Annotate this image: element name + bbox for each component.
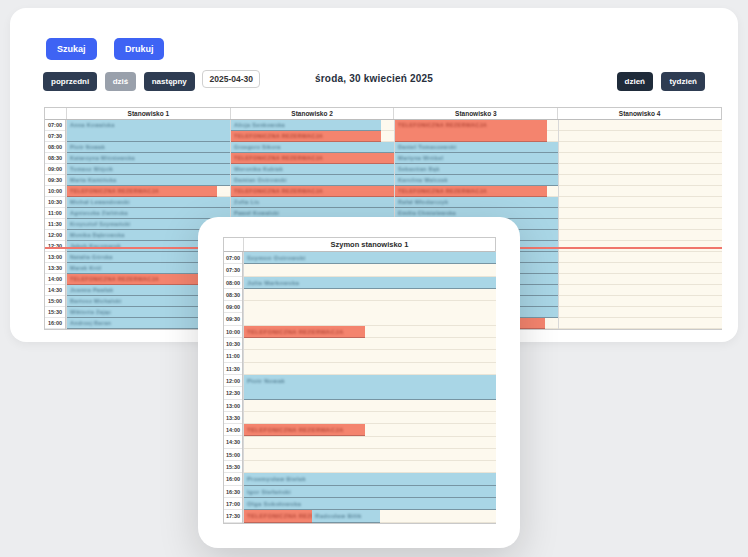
- column-header-1: Stanowisko 1: [66, 108, 230, 119]
- week-view-button[interactable]: tydzień: [661, 72, 705, 91]
- event-label: TELEFONICZNA REZERWACJA: [395, 120, 547, 131]
- appointment-event[interactable]: Przemysław Bielak: [244, 473, 496, 485]
- time-column: 07:0007:3008:0008:3009:0009:3010:0010:30…: [45, 120, 66, 329]
- event-label: Martyna Wróbel: [395, 153, 558, 164]
- time-label: 15:30: [45, 307, 65, 318]
- time-label: 08:00: [45, 142, 65, 153]
- date-navigation: poprzedni dziś następny: [43, 70, 260, 91]
- event-label: Karolina Walczak: [395, 175, 558, 186]
- appointment-event[interactable]: Piotr Nowak: [67, 142, 230, 153]
- appointment-event[interactable]: Daniel Tomaszewski: [395, 142, 558, 153]
- time-label: 15:00: [224, 449, 242, 461]
- appointment-event[interactable]: Anna Kowalska: [67, 120, 230, 142]
- time-label: 14:00: [45, 274, 65, 285]
- time-column: 07:0007:3008:0008:3009:0009:3010:0010:30…: [224, 252, 243, 523]
- event-label: Piotr Nowak: [244, 375, 496, 387]
- time-label: 15:30: [224, 461, 242, 473]
- event-label: TELEFONICZNA REZERWACJA: [395, 186, 547, 197]
- appointment-event[interactable]: Weronika Kubiak: [231, 164, 394, 175]
- toolbar: Szukaj Drukuj: [46, 38, 177, 60]
- time-label: 11:30: [45, 219, 65, 230]
- event-label: TELEFONICZNA REZERWACJA: [231, 186, 394, 197]
- print-button[interactable]: Drukuj: [114, 38, 165, 60]
- time-label: 13:30: [224, 412, 242, 424]
- appointment-event[interactable]: Michał Lewandowski: [67, 197, 230, 208]
- time-label: 07:00: [45, 120, 65, 131]
- phone-reservation-event[interactable]: TELEFONICZNA REZERWACJA: [395, 186, 547, 197]
- appointment-event[interactable]: Alicja Senkowska: [231, 120, 381, 131]
- day-view-button[interactable]: dzień: [617, 72, 653, 91]
- phone-reservation-event[interactable]: TELEFONICZNA REZERWACJA: [67, 186, 217, 197]
- appointment-event[interactable]: Karolina Walczak: [395, 175, 558, 186]
- column-header-3: Stanowisko 3: [393, 108, 557, 119]
- phone-reservation-event[interactable]: TELEFONICZNA REZERWACJA: [231, 131, 381, 142]
- event-label: Julia Markowska: [244, 277, 496, 289]
- time-label: 09:00: [45, 164, 65, 175]
- event-label: Anna Kowalska: [67, 120, 230, 131]
- navbar: poprzedni dziś następny środa, 30 kwieci…: [43, 70, 705, 88]
- time-label: 12:00: [45, 230, 65, 241]
- time-label: 14:00: [224, 424, 242, 436]
- event-label: Zofia Lis: [231, 197, 394, 208]
- appointment-event[interactable]: Marta Kamińska: [67, 175, 230, 186]
- appointment-event[interactable]: Agnieszka Zielińska: [67, 208, 230, 219]
- phone-reservation-event[interactable]: TELEFONICZNA REZERWACJA: [67, 274, 217, 285]
- time-label: 16:30: [224, 486, 242, 498]
- time-label: 16:00: [45, 318, 65, 329]
- view-switcher: dzień tydzień: [613, 70, 705, 91]
- event-label: Rafał Włodarczyk: [395, 197, 558, 208]
- appointment-event[interactable]: Radosław Bilik: [312, 510, 380, 522]
- schedule-column-4: [558, 120, 722, 329]
- time-label: 13:00: [224, 400, 242, 412]
- phone-reservation-event[interactable]: TELEFONICZNA REZERWACJA: [244, 424, 365, 436]
- appointment-event[interactable]: Julia Markowska: [244, 277, 496, 289]
- appointment-event[interactable]: Katarzyna Wiśniewska: [67, 153, 230, 164]
- event-label: TELEFONICZNA REZERWACJA: [67, 186, 217, 197]
- event-label: Michał Lewandowski: [67, 197, 230, 208]
- appointment-event[interactable]: Rafał Włodarczyk: [395, 197, 558, 208]
- event-label: TELEFONICZNA REZERWACJA: [244, 510, 312, 522]
- column-header-4: Stanowisko 4: [557, 108, 721, 119]
- event-label: Przemysław Bielak: [244, 473, 496, 485]
- next-day-button[interactable]: następny: [144, 72, 195, 91]
- time-label: 11:00: [45, 208, 65, 219]
- event-label: Damian Ostrowski: [231, 175, 394, 186]
- previous-day-button[interactable]: poprzedni: [43, 72, 97, 91]
- appointment-event[interactable]: Sebastian Bąk: [395, 164, 558, 175]
- schedule-column-1: Szymon OstrowskiJulia MarkowskaTELEFONIC…: [243, 252, 496, 523]
- date-input[interactable]: [202, 70, 260, 88]
- phone-reservation-event[interactable]: TELEFONICZNA REZERWACJA: [244, 326, 365, 338]
- current-date-title: środa, 30 kwiecień 2025: [274, 73, 474, 84]
- time-label: 16:00: [224, 473, 242, 485]
- phone-reservation-event[interactable]: TELEFONICZNA REZERWACJA: [231, 186, 394, 197]
- appointment-event[interactable]: Igor Stefański: [244, 486, 496, 498]
- appointment-event[interactable]: Piotr Nowak: [244, 375, 496, 400]
- appointment-event[interactable]: Zofia Lis: [231, 197, 394, 208]
- appointment-event[interactable]: Olga Sokołowska: [244, 498, 496, 510]
- today-button[interactable]: dziś: [105, 72, 137, 91]
- appointment-event[interactable]: Tomasz Wójcik: [67, 164, 230, 175]
- event-label: TELEFONICZNA REZERWACJA: [244, 424, 365, 436]
- phone-reservation-event[interactable]: TELEFONICZNA REZERWACJA: [244, 510, 312, 522]
- event-label: Agnieszka Zielińska: [67, 208, 230, 219]
- time-label: 14:30: [45, 285, 65, 296]
- appointment-event[interactable]: Szymon Ostrowski: [244, 252, 496, 264]
- event-label: Alicja Senkowska: [231, 120, 381, 131]
- time-label: 14:30: [224, 436, 242, 448]
- time-label: 13:00: [45, 252, 65, 263]
- appointment-event[interactable]: Martyna Wróbel: [395, 153, 558, 164]
- event-label: TELEFONICZNA REZERWACJA: [244, 326, 365, 338]
- phone-reservation-event[interactable]: TELEFONICZNA REZERWACJA: [231, 153, 394, 164]
- event-label: TELEFONICZNA REZERWACJA: [67, 274, 217, 285]
- appointment-event[interactable]: Damian Ostrowski: [231, 175, 394, 186]
- time-label: 13:30: [45, 263, 65, 274]
- event-label: Weronika Kubiak: [231, 164, 394, 175]
- event-label: Igor Stefański: [244, 486, 496, 498]
- event-label: Radosław Bilik: [312, 510, 380, 522]
- appointment-event[interactable]: Grzegorz Sikora: [231, 142, 394, 153]
- search-button[interactable]: Szukaj: [46, 38, 97, 60]
- event-label: Daniel Tomaszewski: [395, 142, 558, 153]
- time-column-header: [224, 238, 243, 251]
- phone-reservation-event[interactable]: TELEFONICZNA REZERWACJA: [395, 120, 547, 142]
- event-label: Szymon Ostrowski: [244, 252, 496, 264]
